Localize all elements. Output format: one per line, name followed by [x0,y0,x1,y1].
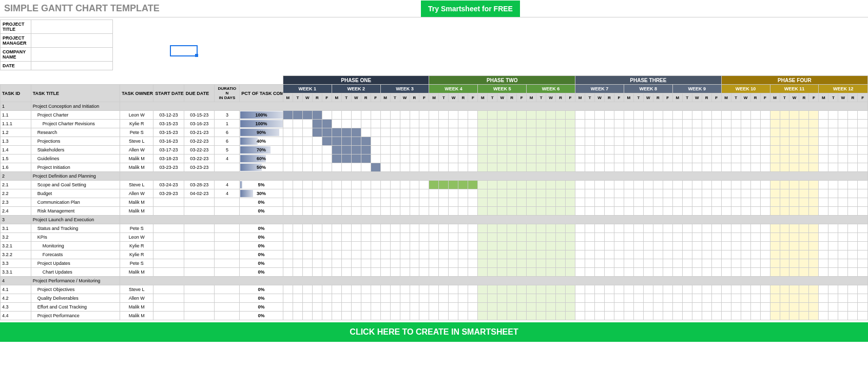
gantt-cell[interactable] [410,111,419,120]
gantt-cell[interactable] [711,181,721,189]
gantt-cell[interactable] [633,303,643,312]
gantt-cell[interactable] [283,303,293,312]
gantt-cell[interactable] [302,233,312,242]
cell-task-title[interactable]: Research [31,128,120,137]
cell-task-id[interactable]: 3.2.1 [1,242,31,250]
cell-pct[interactable]: 0% [240,224,283,233]
gantt-cell[interactable] [702,181,711,189]
gantt-cell[interactable] [527,233,536,242]
gantt-cell[interactable] [692,146,702,154]
gantt-cell[interactable] [770,268,780,277]
gantt-table[interactable]: PHASE ONEPHASE TWOPHASE THREEPHASE FOURT… [0,75,868,320]
cell-due[interactable] [184,198,215,207]
gantt-cell[interactable] [819,128,828,137]
gantt-cell[interactable] [809,207,819,216]
gantt-cell[interactable] [809,285,819,294]
gantt-cell[interactable] [341,312,351,320]
gantt-cell[interactable] [283,111,293,120]
gantt-cell[interactable] [575,207,585,216]
gantt-cell[interactable] [789,303,799,312]
gantt-cell[interactable] [595,181,605,189]
gantt-cell[interactable] [819,233,828,242]
gantt-cell[interactable] [371,250,380,259]
gantt-cell[interactable] [672,294,682,303]
gantt-cell[interactable] [643,181,653,189]
gantt-cell[interactable] [536,207,546,216]
gantt-cell[interactable] [731,137,741,146]
gantt-cell[interactable] [400,233,410,242]
gantt-cell[interactable] [692,154,702,163]
gantt-cell[interactable] [789,207,799,216]
gantt-cell[interactable] [497,189,507,198]
cell-due[interactable] [184,303,215,312]
gantt-cell[interactable] [692,294,702,303]
gantt-cell[interactable] [439,189,449,198]
gantt-cell[interactable] [449,111,458,120]
cell-dur[interactable] [215,259,240,268]
gantt-cell[interactable] [371,207,380,216]
gantt-cell[interactable] [536,233,546,242]
gantt-cell[interactable] [488,128,497,137]
gantt-cell[interactable] [390,128,400,137]
gantt-cell[interactable] [361,120,371,128]
gantt-cell[interactable] [770,285,780,294]
gantt-cell[interactable] [585,163,595,172]
gantt-cell[interactable] [371,163,380,172]
gantt-cell[interactable] [527,303,536,312]
gantt-cell[interactable] [419,181,429,189]
gantt-cell[interactable] [692,120,702,128]
gantt-cell[interactable] [828,189,838,198]
gantt-cell[interactable] [517,207,527,216]
gantt-cell[interactable] [760,111,770,120]
gantt-cell[interactable] [575,303,585,312]
gantt-cell[interactable] [429,259,439,268]
gantt-cell[interactable] [478,146,488,154]
gantt-cell[interactable] [604,312,614,320]
gantt-cell[interactable] [390,154,400,163]
gantt-cell[interactable] [478,285,488,294]
cell-dur[interactable] [215,242,240,250]
gantt-cell[interactable] [604,242,614,250]
gantt-cell[interactable] [633,285,643,294]
cell-dur[interactable]: 1 [215,120,240,128]
gantt-cell[interactable] [439,163,449,172]
gantt-cell[interactable] [799,207,809,216]
gantt-cell[interactable] [789,128,799,137]
gantt-cell[interactable] [439,198,449,207]
gantt-cell[interactable] [711,154,721,163]
gantt-cell[interactable] [341,242,351,250]
gantt-cell[interactable] [293,198,302,207]
gantt-cell[interactable] [439,146,449,154]
gantt-cell[interactable] [371,146,380,154]
gantt-cell[interactable] [702,120,711,128]
cell-task-id[interactable]: 3.2.2 [1,250,31,259]
gantt-cell[interactable] [390,120,400,128]
cell-owner[interactable]: Allen W [120,189,153,198]
gantt-cell[interactable] [478,120,488,128]
gantt-cell[interactable] [799,242,809,250]
gantt-cell[interactable] [721,207,731,216]
gantt-cell[interactable] [351,111,361,120]
gantt-cell[interactable] [439,250,449,259]
gantt-cell[interactable] [819,111,828,120]
gantt-cell[interactable] [439,242,449,250]
gantt-cell[interactable] [692,259,702,268]
gantt-cell[interactable] [672,128,682,137]
gantt-cell[interactable] [604,146,614,154]
gantt-cell[interactable] [507,111,517,120]
cell-due[interactable]: 03-22-23 [184,146,215,154]
gantt-cell[interactable] [799,294,809,303]
gantt-cell[interactable] [449,137,458,146]
cell-dur[interactable] [215,207,240,216]
gantt-cell[interactable] [341,181,351,189]
gantt-cell[interactable] [760,163,770,172]
gantt-cell[interactable] [449,242,458,250]
gantt-cell[interactable] [380,207,390,216]
gantt-cell[interactable] [332,137,341,146]
gantt-cell[interactable] [682,303,692,312]
gantt-cell[interactable] [702,294,711,303]
gantt-cell[interactable] [449,198,458,207]
gantt-cell[interactable] [536,312,546,320]
gantt-cell[interactable] [439,285,449,294]
gantt-cell[interactable] [546,259,556,268]
